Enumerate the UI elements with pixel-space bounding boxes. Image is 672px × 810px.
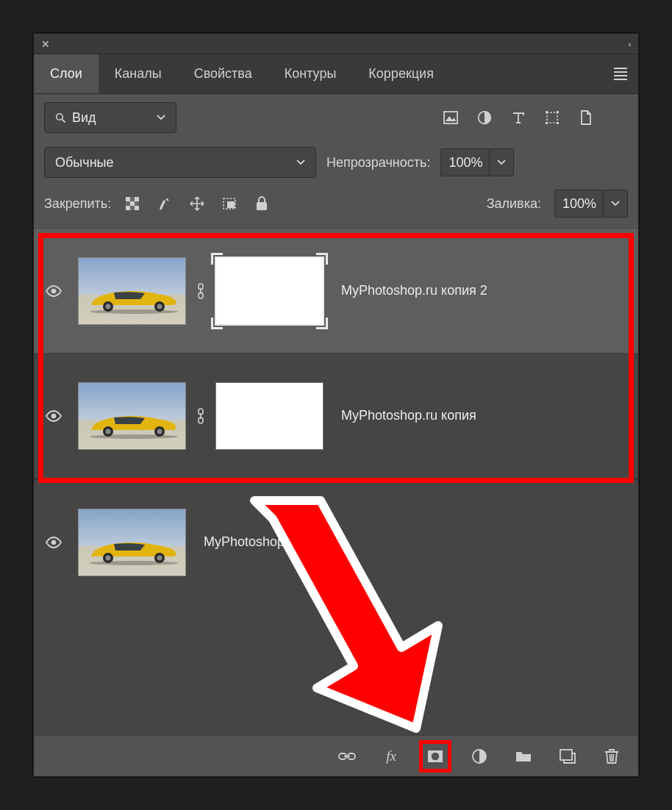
mask-link-icon[interactable]	[196, 283, 205, 299]
link-layers-icon[interactable]	[338, 748, 356, 765]
svg-rect-9	[557, 122, 559, 124]
opacity-value[interactable]: 100%	[440, 148, 490, 176]
layer-row[interactable]: MyPhotoshop.ru	[34, 480, 638, 605]
svg-point-28	[51, 413, 57, 418]
svg-rect-13	[130, 201, 135, 206]
lock-image-icon[interactable]	[157, 196, 173, 212]
svg-line-51	[610, 754, 611, 761]
svg-point-31	[106, 429, 111, 434]
tab-paths[interactable]: Контуры	[268, 54, 353, 93]
visibility-eye-icon[interactable]	[45, 537, 62, 548]
blend-mode-dropdown[interactable]: Обычные	[44, 147, 316, 178]
svg-point-0	[57, 113, 63, 120]
layer-name[interactable]: MyPhotoshop.ru копия 2	[341, 283, 487, 298]
collapse-icon[interactable]: «	[628, 40, 631, 49]
layer-effects-icon[interactable]: fx	[382, 748, 400, 765]
new-adjustment-layer-icon[interactable]	[471, 748, 488, 765]
svg-point-37	[51, 540, 57, 545]
svg-rect-8	[546, 122, 548, 124]
mask-link-icon[interactable]	[196, 408, 205, 424]
svg-point-29	[90, 434, 178, 439]
svg-point-38	[90, 561, 178, 565]
layers-panel-footer: fx	[34, 735, 638, 776]
visibility-eye-icon[interactable]	[45, 285, 62, 297]
chevron-down-icon	[296, 160, 305, 165]
lock-transparency-icon[interactable]	[124, 196, 140, 212]
fill-value[interactable]: 100%	[554, 190, 604, 218]
lock-artboard-icon[interactable]	[221, 196, 237, 212]
svg-line-53	[613, 754, 614, 761]
svg-rect-50	[560, 750, 572, 760]
panel-tabs: Слои Каналы Свойства Контуры Коррекция	[34, 54, 638, 94]
blend-mode-label: Обычные	[55, 155, 114, 171]
panel-body: Вид	[34, 94, 638, 776]
svg-rect-2	[444, 112, 457, 123]
svg-point-22	[106, 304, 111, 309]
layers-list: MyPhotoshop.ru копия 2	[34, 229, 638, 735]
visibility-eye-icon[interactable]	[45, 410, 62, 422]
svg-rect-12	[135, 197, 139, 201]
panel-titlebar: ✕ «	[34, 34, 638, 54]
layer-view-dropdown[interactable]: Вид	[44, 102, 176, 133]
delete-layer-icon[interactable]	[603, 748, 621, 765]
layer-mask-thumbnail[interactable]	[215, 382, 324, 450]
svg-rect-11	[126, 197, 130, 201]
filter-pixel-icon[interactable]	[443, 110, 459, 126]
annotation-mask-button-highlight	[419, 740, 451, 773]
fill-dropdown-arrow[interactable]	[603, 190, 628, 218]
svg-point-40	[106, 555, 111, 560]
svg-rect-14	[126, 206, 130, 210]
tab-channels[interactable]: Каналы	[99, 54, 178, 93]
filter-adjustment-icon[interactable]	[476, 110, 493, 126]
svg-point-20	[90, 309, 178, 314]
lock-label: Закрепить:	[44, 196, 111, 212]
layer-row[interactable]: MyPhotoshop.ru копия	[34, 354, 638, 479]
chevron-down-icon	[157, 115, 165, 121]
search-icon	[55, 112, 66, 123]
filter-type-icon[interactable]	[510, 110, 526, 126]
layer-name[interactable]: MyPhotoshop.ru	[204, 534, 300, 550]
fill-label: Заливка:	[487, 196, 541, 212]
opacity-dropdown-arrow[interactable]	[489, 148, 514, 176]
panel-menu-icon[interactable]	[603, 54, 638, 93]
svg-rect-17	[227, 201, 235, 208]
layer-filter-icons	[443, 110, 594, 126]
svg-rect-7	[557, 111, 559, 113]
svg-line-1	[62, 119, 65, 122]
svg-rect-6	[546, 111, 548, 113]
layer-mask-thumbnail[interactable]	[215, 257, 324, 325]
layer-thumbnail[interactable]	[78, 382, 186, 450]
layer-thumbnail[interactable]	[78, 509, 186, 576]
lock-position-icon[interactable]	[189, 196, 205, 212]
svg-rect-5	[547, 112, 557, 123]
opacity-label: Непрозрачность:	[326, 155, 430, 171]
layers-panel: ✕ « Слои Каналы Свойства Контуры Коррекц…	[33, 33, 639, 777]
svg-rect-15	[135, 206, 139, 210]
layer-name[interactable]: MyPhotoshop.ru копия	[341, 408, 476, 423]
layer-row[interactable]: MyPhotoshop.ru копия 2	[34, 229, 638, 354]
svg-marker-3	[446, 116, 456, 121]
svg-point-19	[51, 288, 57, 293]
tab-properties[interactable]: Свойства	[178, 54, 268, 93]
lock-all-icon[interactable]	[254, 196, 270, 212]
svg-point-33	[157, 429, 162, 434]
tab-adjustments[interactable]: Коррекция	[352, 54, 450, 93]
svg-rect-18	[257, 202, 267, 210]
new-group-icon[interactable]	[515, 748, 532, 765]
layer-thumbnail[interactable]	[78, 257, 186, 325]
svg-point-24	[157, 304, 162, 309]
filter-smartobject-icon[interactable]	[578, 110, 594, 126]
tab-layers[interactable]: Слои	[34, 54, 99, 93]
close-icon[interactable]: ✕	[41, 39, 50, 49]
view-dropdown-label: Вид	[72, 110, 96, 126]
filter-shape-icon[interactable]	[544, 110, 560, 126]
svg-point-42	[157, 555, 162, 560]
new-layer-icon[interactable]	[559, 748, 576, 765]
filter-toggle[interactable]	[606, 101, 628, 134]
